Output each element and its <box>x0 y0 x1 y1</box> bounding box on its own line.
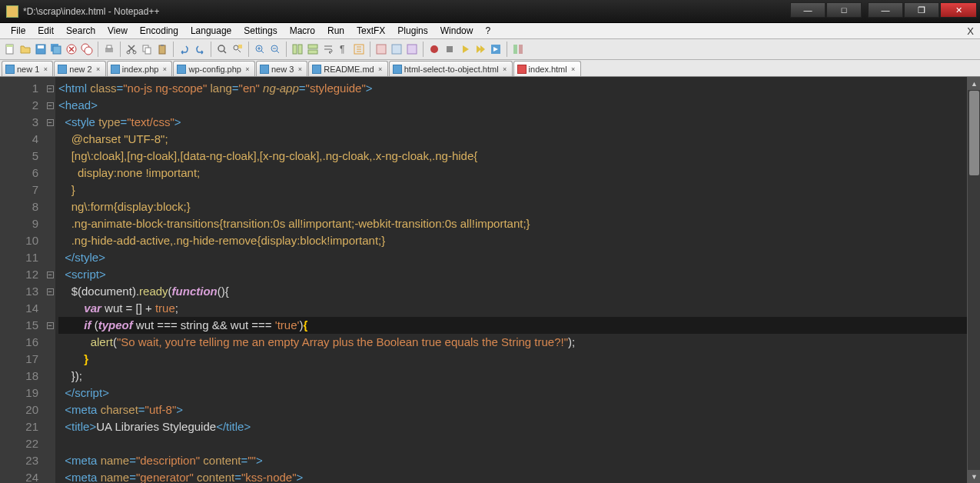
menu-settings[interactable]: Settings <box>238 24 283 38</box>
code-line[interactable]: <title>UA Libraries Styleguide</title> <box>58 418 967 435</box>
indent-guide-icon[interactable] <box>352 42 366 56</box>
code-line[interactable]: if (typeof wut === string && wut === 'tr… <box>58 317 967 334</box>
code-line[interactable]: alert("So wait, you're telling me an emp… <box>58 334 967 351</box>
code-line[interactable]: <meta name="description" content=""> <box>58 452 967 469</box>
code-line[interactable]: <style type="text/css"> <box>58 114 967 131</box>
undo-icon[interactable] <box>178 42 191 56</box>
close-button[interactable]: ✕ <box>940 2 977 18</box>
menu-run[interactable]: Run <box>321 24 350 38</box>
code-line[interactable]: </script> <box>58 385 967 401</box>
sync-h-icon[interactable] <box>306 42 320 56</box>
close-all-icon[interactable] <box>80 42 94 56</box>
wrap-icon[interactable] <box>321 42 335 56</box>
compare-icon[interactable] <box>511 42 525 56</box>
play-macro-icon[interactable] <box>458 42 472 56</box>
code-line[interactable]: display:none !important; <box>58 165 967 182</box>
doc-map-icon[interactable] <box>405 42 419 56</box>
function-list-icon[interactable] <box>390 42 404 56</box>
fold-toggle-icon[interactable]: − <box>47 119 54 126</box>
tab-new-2[interactable]: new 2× <box>54 61 105 76</box>
tab-new-3[interactable]: new 3× <box>256 61 307 76</box>
fold-toggle-icon[interactable]: − <box>47 85 54 92</box>
code-line[interactable]: <head> <box>58 97 967 114</box>
tab-close-icon[interactable]: × <box>501 65 509 73</box>
cut-icon[interactable] <box>125 42 138 56</box>
code-line[interactable]: }); <box>58 368 967 385</box>
new-file-icon[interactable] <box>3 42 17 56</box>
menu-encoding[interactable]: Encoding <box>134 24 184 38</box>
menu-edit[interactable]: Edit <box>32 24 60 38</box>
tab-html-select-to-object-html[interactable]: html-select-to-object.html× <box>389 61 513 76</box>
maximize-button[interactable]: □ <box>826 2 862 18</box>
code-line[interactable]: [ng\:cloak],[ng-cloak],[data-ng-cloak],[… <box>58 148 967 165</box>
save-icon[interactable] <box>34 42 48 56</box>
find-icon[interactable] <box>215 42 229 56</box>
code-line[interactable]: <script> <box>58 266 967 283</box>
menu-macro[interactable]: Macro <box>284 24 321 38</box>
save-all-icon[interactable] <box>49 42 63 56</box>
lang-icon[interactable] <box>374 42 388 56</box>
restore-button[interactable]: ❐ <box>904 2 939 18</box>
code-line[interactable]: .ng-hide-add-active,.ng-hide-remove{disp… <box>58 232 967 249</box>
tab-wp-config-php[interactable]: wp-config.php× <box>173 61 255 76</box>
code-line[interactable]: <meta charset="utf-8"> <box>58 401 967 418</box>
scroll-down-arrow[interactable]: ▼ <box>968 470 980 483</box>
menu-help[interactable]: ? <box>479 24 497 38</box>
menu-textfx[interactable]: TextFX <box>350 24 391 38</box>
vertical-scrollbar[interactable]: ▲ ▼ <box>967 77 980 483</box>
menu-view[interactable]: View <box>101 24 134 38</box>
tab-close-icon[interactable]: × <box>570 65 577 73</box>
code-line[interactable]: @charset "UTF-8"; <box>58 131 967 148</box>
sync-v-icon[interactable] <box>291 42 304 56</box>
close-file-icon[interactable] <box>65 42 78 56</box>
menu-language[interactable]: Language <box>184 24 238 38</box>
zoom-out-icon[interactable] <box>268 42 282 56</box>
menu-close-x[interactable]: X <box>967 25 974 37</box>
tab-close-icon[interactable]: × <box>296 65 304 73</box>
redo-icon[interactable] <box>193 42 207 56</box>
scroll-up-arrow[interactable]: ▲ <box>968 77 980 90</box>
open-file-icon[interactable] <box>18 42 32 56</box>
code-line[interactable]: } <box>58 351 967 368</box>
hidden-chars-icon[interactable]: ¶ <box>337 42 350 56</box>
fold-toggle-icon[interactable]: − <box>47 102 54 109</box>
minimize-button[interactable]: — <box>790 2 826 18</box>
code-editor[interactable]: <html class="no-js ng-scope" lang="en" n… <box>55 77 967 483</box>
tab-index-php[interactable]: index.php× <box>107 61 173 76</box>
print-icon[interactable] <box>102 42 116 56</box>
paste-icon[interactable] <box>155 42 169 56</box>
menu-window[interactable]: Window <box>434 24 480 38</box>
menu-file[interactable]: File <box>5 24 32 38</box>
scrollbar-thumb[interactable] <box>969 91 979 175</box>
fold-toggle-icon[interactable]: − <box>47 271 54 278</box>
tab-new-1[interactable]: new 1× <box>2 61 53 76</box>
tab-close-icon[interactable]: × <box>42 65 49 73</box>
tab-README-md[interactable]: README.md× <box>308 61 387 76</box>
zoom-in-icon[interactable] <box>253 42 267 56</box>
fold-toggle-icon[interactable]: − <box>47 288 54 295</box>
record-macro-icon[interactable] <box>427 42 441 56</box>
code-line[interactable]: <html class="no-js ng-scope" lang="en" n… <box>58 80 967 97</box>
code-line[interactable]: </style> <box>58 249 967 266</box>
menu-search[interactable]: Search <box>60 24 101 38</box>
tab-close-icon[interactable]: × <box>244 65 251 73</box>
tab-index-html[interactable]: index.html× <box>513 61 581 76</box>
tab-close-icon[interactable]: × <box>95 65 102 73</box>
copy-icon[interactable] <box>140 42 154 56</box>
code-line[interactable] <box>58 435 967 452</box>
save-macro-icon[interactable] <box>489 42 503 56</box>
play-multi-icon[interactable] <box>473 42 487 56</box>
code-line[interactable]: } <box>58 182 967 198</box>
tab-close-icon[interactable]: × <box>377 65 384 73</box>
stop-macro-icon[interactable] <box>443 42 457 56</box>
minimize-button-2[interactable]: — <box>868 2 903 18</box>
code-line[interactable]: $(document).ready(function(){ <box>58 283 967 300</box>
fold-toggle-icon[interactable]: − <box>47 322 54 329</box>
code-line[interactable]: var wut = [] + true; <box>58 300 967 317</box>
code-line[interactable]: ng\:form{display:block;} <box>58 198 967 215</box>
tab-close-icon[interactable]: × <box>161 65 168 73</box>
code-line[interactable]: .ng-animate-block-transitions{transition… <box>58 215 967 232</box>
menu-plugins[interactable]: Plugins <box>391 24 434 38</box>
replace-icon[interactable] <box>231 42 244 56</box>
code-line[interactable]: <meta name="generator" content="kss-node… <box>58 469 967 483</box>
